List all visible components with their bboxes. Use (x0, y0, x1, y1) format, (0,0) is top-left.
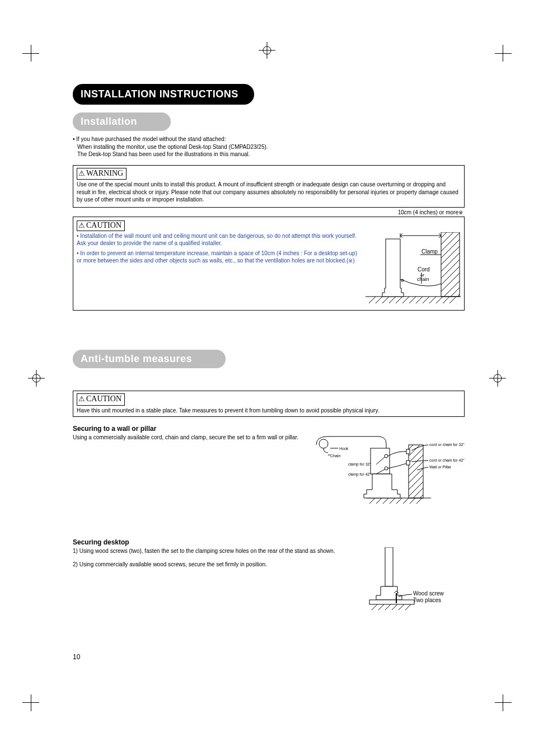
warning-text: Use one of the special mount units to in… (77, 181, 461, 204)
svg-rect-65 (406, 461, 410, 465)
svg-line-75 (392, 604, 397, 610)
fig-hook-label: Hook (339, 447, 349, 450)
svg-line-58 (390, 498, 395, 504)
secure-desktop-figure: Wood screw Two places (364, 547, 465, 620)
svg-line-44 (409, 445, 413, 449)
registration-mark-icon (28, 370, 45, 387)
secure-wall-text: Using a commercially available cord, cha… (73, 434, 313, 442)
caution-label-1-text: CAUTION (86, 221, 121, 229)
caution2-text: Have this unit mounted in a stable place… (77, 407, 461, 415)
secure-desktop-heading: Securing desktop (73, 538, 465, 546)
fig-woodscrew-label2: Two places (413, 597, 441, 603)
svg-line-62 (416, 498, 422, 504)
svg-line-26 (376, 297, 382, 303)
fig-wall-label: Wall or Pillar (429, 465, 452, 469)
spacing-label: 10cm (4 inches) or more※ (398, 209, 464, 215)
svg-line-51 (409, 482, 423, 496)
fig-cord-label3: chain (417, 276, 429, 282)
fig-clamp42-label: clamp for 42" (348, 472, 372, 477)
svg-line-61 (410, 498, 415, 504)
installation-bullet-line1: • If you have purchased the model withou… (73, 135, 465, 143)
installation-heading: Installation (73, 112, 171, 131)
svg-line-34 (429, 297, 436, 303)
svg-rect-64 (406, 449, 410, 454)
svg-line-12 (441, 232, 447, 238)
svg-line-47 (409, 455, 423, 469)
svg-line-35 (436, 297, 443, 303)
caution-label-1: ⚠CAUTION (77, 220, 125, 231)
svg-line-59 (396, 498, 402, 504)
svg-line-28 (389, 297, 396, 303)
main-heading: INSTALLATION INSTRUCTIONS (73, 84, 254, 105)
svg-line-49 (409, 468, 423, 483)
fig-cord-label1: Cord (418, 266, 430, 273)
page-number: 10 (73, 653, 80, 661)
caution-box-1: 10cm (4 inches) or more※ ⚠CAUTION • Inst… (73, 217, 465, 311)
svg-line-32 (416, 297, 423, 303)
caution-box-2: ⚠CAUTION Have this unit mounted in a sta… (73, 391, 465, 417)
svg-line-56 (376, 498, 382, 504)
caution1-bullet1: • Installation of the wall mount unit an… (77, 232, 362, 247)
warning-triangle-icon: ⚠ (78, 169, 85, 177)
anti-tumble-heading: Anti-tumble measures (73, 350, 226, 368)
svg-line-27 (382, 297, 389, 303)
installation-bullet-line2: When installing the monitor, use the opt… (73, 143, 465, 151)
svg-line-36 (443, 297, 449, 303)
svg-line-21 (444, 281, 460, 297)
svg-line-55 (369, 498, 375, 504)
svg-line-53 (420, 495, 423, 498)
svg-line-77 (405, 604, 411, 610)
svg-line-60 (403, 498, 409, 504)
svg-line-22 (451, 288, 460, 297)
svg-line-13 (441, 232, 453, 245)
installation-bullet-line3: The Desk-top Stand has been used for the… (73, 151, 465, 158)
svg-line-45 (409, 445, 420, 456)
svg-line-37 (449, 297, 456, 303)
fig-woodscrew-label1: Wood screw (413, 590, 444, 597)
secure-desktop-line1: 1) Using wood screws (two), fasten the s… (73, 547, 364, 555)
svg-line-57 (383, 498, 388, 504)
fig-clamp-label: Clamp (421, 248, 438, 255)
svg-line-29 (396, 297, 402, 303)
caution1-bullet2: • In order to prevent an internal temper… (77, 250, 362, 265)
clearance-figure: Clamp Cord or chain (366, 232, 461, 305)
fig-cord32-label: cord or chain for 32" (429, 443, 465, 447)
svg-line-50 (409, 475, 423, 490)
secure-desktop-line2: 2) Using commercially available wood scr… (73, 561, 364, 569)
registration-mark-icon (259, 42, 275, 59)
svg-line-31 (409, 297, 416, 303)
svg-line-25 (369, 297, 376, 303)
secure-wall-heading: Securing to a wall or pillar (73, 425, 465, 433)
caution-triangle-icon: ⚠ (78, 395, 85, 403)
svg-line-73 (378, 604, 384, 610)
svg-line-30 (402, 297, 409, 303)
caution-label-2: ⚠CAUTION (77, 393, 125, 406)
warning-box: ⚠WARNING Use one of the special mount un… (73, 165, 465, 208)
fig-cord42-label: cord or chain for 42" (429, 458, 465, 462)
svg-line-76 (399, 604, 404, 610)
registration-mark-icon (489, 370, 506, 387)
svg-rect-71 (369, 600, 414, 604)
fig-clamp32-label: clamp for 32" (348, 462, 372, 467)
svg-line-33 (423, 297, 429, 303)
caution-triangle-icon: ⚠ (78, 221, 85, 229)
warning-label-text: WARNING (86, 169, 123, 177)
svg-rect-70 (385, 547, 393, 586)
svg-line-72 (372, 604, 377, 610)
caution-label-2-text: CAUTION (86, 395, 121, 403)
fig-chain-label: Chain (330, 454, 340, 458)
svg-line-23 (457, 294, 460, 297)
secure-wall-figure: Hook Chain clamp for 32" clamp for 42" c… (313, 434, 465, 512)
warning-label: ⚠WARNING (77, 168, 127, 180)
svg-line-74 (385, 604, 391, 610)
svg-point-63 (319, 439, 328, 448)
